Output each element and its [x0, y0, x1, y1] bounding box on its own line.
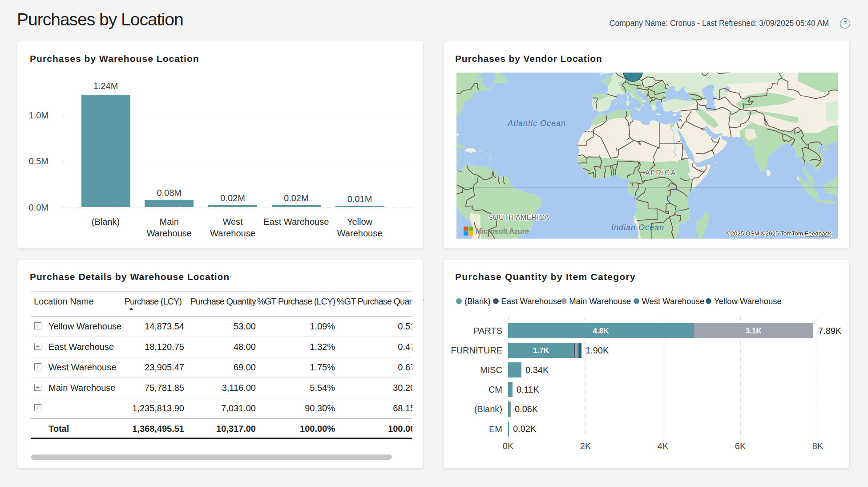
svg-text:Microsoft Azure: Microsoft Azure	[476, 227, 529, 235]
svg-text:AFRICA: AFRICA	[645, 169, 676, 177]
svg-text:SOUTH AMERICA: SOUTH AMERICA	[488, 214, 549, 221]
svg-text:Atlantic Ocean: Atlantic Ocean	[507, 119, 566, 128]
svg-text:Indian Ocean: Indian Ocean	[611, 223, 664, 232]
svg-text:©2025 OSM ©2025 TomTom Feedb: ©2025 OSM ©2025 TomTom Feedback	[726, 230, 831, 237]
